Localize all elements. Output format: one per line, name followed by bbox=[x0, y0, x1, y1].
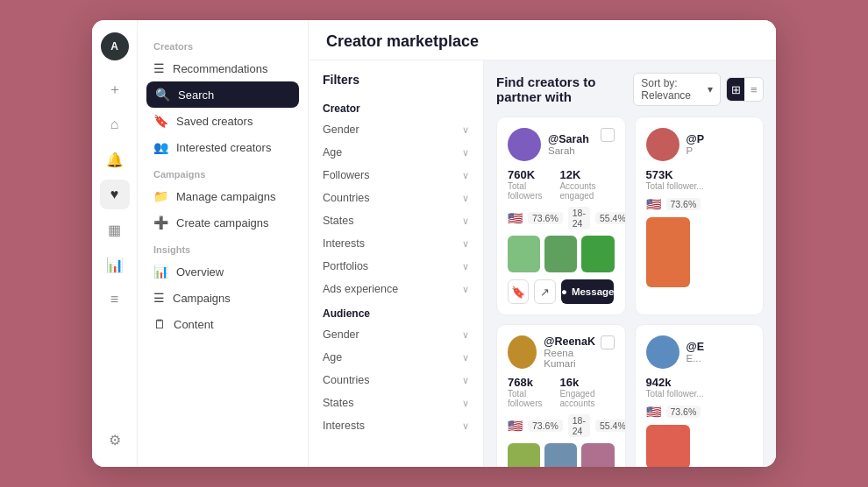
sidebar-item-search[interactable]: 🔍 Search bbox=[146, 81, 299, 108]
sidebar-item-saved[interactable]: 🔖 Saved creators bbox=[138, 108, 308, 134]
heart-icon[interactable]: ♥ bbox=[100, 180, 130, 209]
creator-checkbox[interactable] bbox=[601, 335, 615, 349]
stat-engaged: 12K Accounts engaged bbox=[559, 168, 614, 201]
filter-audience-gender[interactable]: Gender∨ bbox=[309, 323, 483, 346]
sort-controls: Sort by: Relevance ▾ ⊞ ≡ bbox=[633, 73, 764, 106]
demo-row: 🇺🇸 73.6% bbox=[646, 405, 753, 419]
sidebar-item-recommendations[interactable]: ☰ Recommendations bbox=[138, 55, 308, 81]
filter-countries[interactable]: Countries∨ bbox=[309, 187, 483, 209]
card-avatar-info: @Sarah Sarah bbox=[508, 128, 589, 161]
stat-label: Total follower... bbox=[646, 181, 704, 191]
card-avatar-info: @E E... bbox=[646, 335, 705, 369]
avatar bbox=[646, 128, 679, 161]
chevron-icon: ∨ bbox=[462, 215, 469, 227]
filters-panel: Filters Creator Gender∨ Age∨ Followers∨ … bbox=[309, 60, 484, 467]
menu-icon[interactable]: ≡ bbox=[100, 285, 130, 314]
chevron-icon: ∨ bbox=[462, 352, 469, 363]
stat-label: Accounts engaged bbox=[559, 181, 614, 201]
flag-icon: 🇺🇸 bbox=[508, 419, 523, 433]
sidebar-item-create-campaigns[interactable]: ➕ Create campaigns bbox=[138, 209, 308, 236]
avatar bbox=[508, 128, 541, 161]
chevron-icon: ∨ bbox=[462, 284, 469, 295]
bar-chart-icon[interactable]: 📊 bbox=[100, 250, 130, 279]
grid-view-button[interactable]: ⊞ bbox=[727, 78, 745, 101]
flag-icon: 🇺🇸 bbox=[646, 405, 661, 419]
filter-age[interactable]: Age∨ bbox=[309, 141, 483, 164]
filter-audience-countries[interactable]: Countries∨ bbox=[309, 369, 483, 392]
stat-value: 16k bbox=[559, 376, 614, 389]
stats-row: 942k Total follower... bbox=[646, 376, 753, 399]
thumbnail bbox=[508, 443, 540, 467]
sidebar-item-manage-campaigns[interactable]: 📁 Manage campaigns bbox=[138, 183, 308, 209]
filter-states[interactable]: States∨ bbox=[309, 209, 483, 232]
sidebar-item-label: Interested creators bbox=[176, 141, 271, 154]
sidebar-item-label: Saved creators bbox=[176, 115, 253, 128]
grid-icon[interactable]: ▦ bbox=[100, 215, 130, 244]
chevron-icon: ∨ bbox=[462, 238, 469, 250]
sidebar-item-label: Recommendations bbox=[173, 62, 267, 75]
thumbnail bbox=[581, 236, 614, 272]
bookmark-button[interactable]: 🔖 bbox=[508, 279, 529, 304]
list-view-button[interactable]: ≡ bbox=[744, 78, 763, 101]
filter-audience-states[interactable]: States∨ bbox=[309, 392, 483, 414]
creator-card-p: @P P 573K Total follower... bbox=[635, 116, 765, 315]
creator-name: Reena Kumari bbox=[544, 348, 600, 369]
filter-audience-age[interactable]: Age∨ bbox=[309, 346, 483, 369]
filters-title: Filters bbox=[309, 73, 483, 95]
creator-name: Sarah bbox=[548, 145, 589, 156]
filter-followers[interactable]: Followers∨ bbox=[309, 164, 483, 187]
share-button[interactable]: ↗ bbox=[534, 279, 555, 304]
flag-pct: 73.6% bbox=[666, 406, 701, 418]
card-avatar-info: @P P bbox=[646, 128, 705, 161]
avatar[interactable]: A bbox=[101, 32, 129, 60]
card-identity: @E E... bbox=[687, 341, 705, 363]
sidebar-item-content[interactable]: 🗒 Content bbox=[138, 311, 308, 337]
settings-icon[interactable]: ⚙ bbox=[100, 425, 130, 455]
flag-icon: 🇺🇸 bbox=[646, 197, 661, 211]
stat-engaged: 16k Engaged accounts bbox=[559, 376, 614, 408]
stat-label: Total follower... bbox=[646, 389, 704, 399]
thumbnail bbox=[508, 236, 540, 272]
card-identity: @Sarah Sarah bbox=[548, 133, 589, 156]
main-content: Creator marketplace Filters Creator Gend… bbox=[309, 20, 776, 467]
sidebar-section-insights: Insights bbox=[138, 236, 308, 258]
thumbnail bbox=[544, 236, 577, 272]
creator-card-reenak: @ReenaK Reena Kumari 768k Total follower… bbox=[496, 324, 626, 467]
message-button[interactable]: ● Message bbox=[561, 279, 615, 304]
home-icon[interactable]: ⌂ bbox=[100, 109, 130, 139]
card-identity: @ReenaK Reena Kumari bbox=[544, 335, 600, 369]
bell-icon[interactable]: 🔔 bbox=[100, 145, 130, 174]
creator-name: P bbox=[687, 145, 705, 156]
chevron-icon: ∨ bbox=[462, 170, 469, 181]
sidebar-item-overview[interactable]: 📊 Overview bbox=[138, 258, 308, 285]
flag-pct: 73.6% bbox=[528, 212, 563, 224]
filter-audience-interests[interactable]: Interests∨ bbox=[309, 414, 483, 437]
sidebar-item-interested[interactable]: 👥 Interested creators bbox=[138, 134, 308, 160]
filter-interests[interactable]: Interests∨ bbox=[309, 232, 483, 255]
filter-portfolios[interactable]: Portfolios∨ bbox=[309, 255, 483, 278]
folder-icon: 📁 bbox=[153, 189, 168, 203]
creator-checkbox[interactable] bbox=[601, 128, 615, 142]
stats-row: 768k Total followers 16k Engaged account… bbox=[508, 376, 615, 408]
message-icon: ● bbox=[561, 286, 567, 297]
chevron-icon: ∨ bbox=[462, 375, 469, 386]
filter-gender[interactable]: Gender∨ bbox=[309, 118, 483, 141]
creator-handle: @Sarah bbox=[548, 133, 589, 145]
chevron-icon: ∨ bbox=[462, 147, 469, 159]
stat-value: 12K bbox=[559, 168, 614, 181]
flag-icon: 🇺🇸 bbox=[508, 211, 523, 225]
plus-icon[interactable]: ＋ bbox=[100, 74, 130, 104]
creator-card-e: @E E... 942k Total follower... bbox=[635, 324, 765, 467]
card-header: @Sarah Sarah bbox=[508, 128, 615, 161]
view-toggle: ⊞ ≡ bbox=[726, 77, 764, 102]
filter-ads-experience[interactable]: Ads experience∨ bbox=[309, 278, 483, 300]
stat-value: 768k bbox=[508, 376, 549, 389]
demo-row: 🇺🇸 73.6% 18-24 55.4% Female 89.9% bbox=[508, 207, 615, 229]
image-row bbox=[508, 236, 615, 272]
card-header: @ReenaK Reena Kumari bbox=[508, 335, 615, 369]
chevron-icon: ∨ bbox=[462, 261, 469, 272]
sidebar-item-campaigns-insights[interactable]: ☰ Campaigns bbox=[138, 285, 308, 311]
chevron-icon: ∨ bbox=[462, 329, 469, 341]
sidebar-section-creators: Creators bbox=[138, 32, 308, 55]
sort-select[interactable]: Sort by: Relevance ▾ bbox=[633, 73, 721, 106]
